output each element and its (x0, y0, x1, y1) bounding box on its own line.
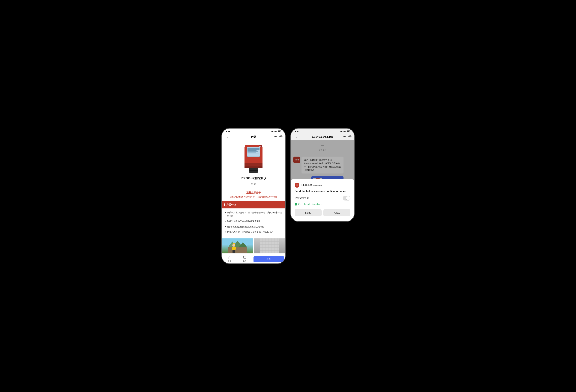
svg-rect-32 (232, 247, 233, 250)
dialog-app-name: Hilti俱乐部 requests (301, 184, 322, 187)
home-icon-1[interactable]: ⌂ (227, 136, 228, 138)
nav-title-2: $userName=XiLiDe$ (312, 136, 333, 138)
svg-text:HILTI: HILTI (259, 146, 262, 147)
feature-item-3: 5段传感区域让您快速简易地扫描大范围 (225, 225, 282, 228)
nav-back-2[interactable]: ‹ ⌂ (293, 135, 297, 139)
phone-2: 2:52 ▪▪▪ ‹ (291, 129, 354, 221)
status-bar-1: 2:51 ▪▪▪ (222, 129, 285, 134)
tab-consult-label: 咨询 (266, 258, 271, 260)
tab-share-label: 转发 (243, 260, 246, 262)
time-2: 2:52 (295, 130, 299, 133)
home-icon-2[interactable]: ⌂ (295, 136, 297, 138)
svg-rect-30 (233, 243, 235, 244)
nav-bar-2: ‹ ⌂ $userName=XiLiDe$ ••• (291, 134, 354, 140)
feature-item-2: 智能计算有助于精确的钢筋深度测量 (225, 220, 282, 223)
svg-rect-35 (234, 250, 235, 253)
product-image-concrete (254, 238, 285, 253)
product-image: HILTI (240, 143, 267, 173)
product-description: 混凝土探测器 在结构分析用作钢筋定位、深度测量和尺寸估算 (222, 188, 285, 201)
svg-rect-23 (244, 167, 262, 168)
section-chevron: › (282, 203, 283, 206)
notification-toggle[interactable] (343, 196, 350, 200)
product-images-row (222, 238, 285, 254)
dialog-buttons: Deny Allow (295, 209, 350, 216)
dialog-title: Send the below message notification once (295, 189, 350, 193)
bullet-3 (225, 226, 226, 227)
allow-button[interactable]: Allow (323, 209, 350, 216)
feature-text-2: 智能计算有助于精确的钢筋深度测量 (227, 220, 261, 223)
phone-1: 2:51 ▪▪▪ ‹ (222, 129, 285, 264)
svg-point-29 (232, 244, 235, 247)
more-icon-1[interactable]: ••• (274, 135, 278, 139)
signal-icon-2: ▪▪▪ (340, 131, 343, 133)
product-content: HILTI PS 300 钢筋探测仪 详情 混凝土探测器 (222, 140, 285, 254)
battery-icon (278, 131, 281, 133)
dialog-toggle-row: 收到留言通知 (295, 196, 350, 200)
nav-bar-1: ‹ ⌂ 产品 ••• (222, 134, 285, 140)
product-image-container: HILTI (222, 140, 285, 176)
check-icon: ✓ (295, 203, 297, 206)
product-detail-link[interactable]: 详情 (222, 182, 285, 188)
signal-icon: ▪▪▪ (271, 131, 273, 133)
home-tab-icon (228, 256, 231, 260)
feature-item-4: 记录扫描数据，以便提供文件记录和进行结构分析 (225, 231, 282, 234)
svg-rect-28 (228, 248, 247, 253)
tab-bar-1: 首页 转发 咨询 (222, 254, 285, 263)
product-name: PS 300 钢筋探测仪 (222, 176, 285, 182)
section-header[interactable]: 产品特点 › (222, 201, 285, 208)
section-title: 产品特点 (227, 203, 236, 206)
deny-button[interactable]: Deny (295, 209, 322, 216)
feature-text-1: 在俯视及横切视图上，显示整体钢筋布局，以便及时进行结构分析 (227, 211, 282, 218)
dialog-overlay: H Hilti俱乐部 requests Send the below messa… (291, 140, 354, 221)
description-line1: 混凝土探测器 (225, 191, 282, 195)
nav-actions-1: ••• (274, 135, 283, 139)
bullet-4 (225, 231, 226, 232)
feature-item-1: 在俯视及横切视图上，显示整体钢筋布局，以便及时进行结构分析 (225, 211, 282, 218)
tab-home-label: 首页 (228, 260, 231, 262)
dialog-app-icon: H (295, 183, 299, 188)
status-bar-2: 2:52 ▪▪▪ (291, 129, 354, 134)
svg-point-4 (281, 136, 281, 137)
nav-back-1[interactable]: ‹ ⌂ (224, 135, 228, 139)
status-icons-2: ▪▪▪ (340, 131, 350, 133)
svg-rect-54 (347, 131, 349, 132)
bullet-1 (225, 212, 226, 213)
target-icon-1[interactable] (279, 135, 283, 139)
toggle-knob (346, 196, 350, 200)
product-image-worker (222, 238, 253, 253)
features-list: 在俯视及横切视图上，显示整体钢筋布局，以便及时进行结构分析 智能计算有助于精确的… (222, 208, 285, 238)
feature-text-3: 5段传感区域让您快速简易地扫描大范围 (227, 225, 264, 228)
tab-consult[interactable]: 咨询 (254, 256, 284, 262)
hint-text: Keep the selection above (298, 203, 322, 205)
svg-rect-22 (249, 170, 258, 171)
share-tab-icon (243, 256, 246, 260)
tab-share[interactable]: 转发 (237, 255, 252, 263)
feature-text-4: 记录扫描数据，以便提供文件记录和进行结构分析 (227, 231, 273, 234)
back-icon-1[interactable]: ‹ (224, 135, 225, 139)
dialog-hint: ✓ Keep the selection above (295, 203, 350, 206)
dialog-sheet: H Hilti俱乐部 requests Send the below messa… (291, 179, 354, 221)
svg-rect-53 (350, 131, 350, 132)
svg-rect-2 (278, 131, 281, 132)
svg-rect-1 (281, 131, 281, 132)
battery-icon-2 (347, 131, 350, 133)
nav-title-1: 产品 (251, 135, 256, 139)
target-icon-2[interactable] (348, 135, 352, 139)
svg-rect-47 (228, 257, 231, 259)
svg-rect-33 (235, 247, 236, 250)
dialog-header: H Hilti俱乐部 requests (295, 183, 350, 188)
status-icons-1: ▪▪▪ (271, 131, 281, 133)
bullet-2 (225, 221, 226, 222)
product-svg: HILTI (240, 143, 267, 175)
section-bar (224, 203, 225, 206)
time-1: 2:51 (226, 130, 230, 133)
more-icon-2[interactable]: ••• (343, 135, 346, 139)
back-icon-2[interactable]: ‹ (293, 135, 294, 139)
toggle-label: 收到留言通知 (295, 196, 309, 200)
svg-rect-34 (232, 250, 234, 253)
tab-home[interactable]: 首页 (222, 255, 237, 263)
chat-content: 请联系我 HILTI 你好，我是HILTI喜利得中国的$userName=XiL… (291, 140, 354, 221)
description-line2: 在结构分析用作钢筋定位、深度测量和尺寸估算 (225, 195, 282, 199)
nav-actions-2: ••• (343, 135, 352, 139)
wifi-icon (274, 131, 277, 133)
